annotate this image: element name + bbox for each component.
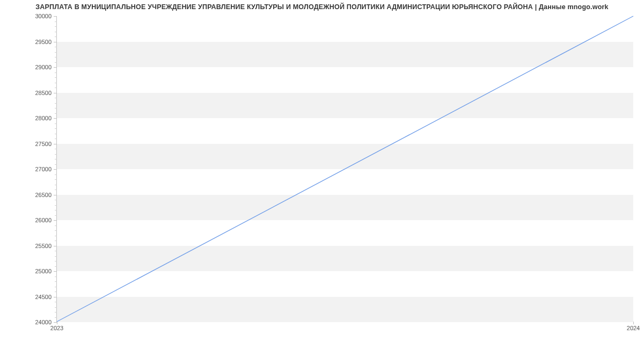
data-line — [57, 16, 633, 322]
y-tick-label: 24500 — [35, 294, 52, 300]
y-tick-label: 25000 — [35, 268, 52, 274]
y-tick-label: 28500 — [35, 90, 52, 96]
y-tick-label: 26500 — [35, 192, 52, 198]
x-tick-label: 2023 — [50, 325, 63, 331]
chart-title: ЗАРПЛАТА В МУНИЦИПАЛЬНОЕ УЧРЕЖДЕНИЕ УПРА… — [0, 3, 644, 11]
x-tick — [57, 322, 57, 324]
plot-area: 30000 29500 29000 28500 28000 27500 2700… — [56, 16, 633, 322]
x-tick-label: 2024 — [627, 325, 640, 331]
y-tick-label: 25500 — [35, 243, 52, 249]
x-tick — [633, 322, 634, 324]
y-tick-label: 26000 — [35, 217, 52, 223]
y-tick-label: 27500 — [35, 141, 52, 147]
svg-line-0 — [57, 16, 633, 322]
y-tick-label: 28000 — [35, 115, 52, 121]
salary-line-chart: ЗАРПЛАТА В МУНИЦИПАЛЬНОЕ УЧРЕЖДЕНИЕ УПРА… — [0, 0, 644, 349]
y-tick-label: 29000 — [35, 64, 52, 70]
y-tick-label: 29500 — [35, 39, 52, 45]
y-tick-label: 27000 — [35, 166, 52, 172]
y-tick-label: 24000 — [35, 319, 52, 325]
y-tick-label: 30000 — [35, 13, 52, 19]
